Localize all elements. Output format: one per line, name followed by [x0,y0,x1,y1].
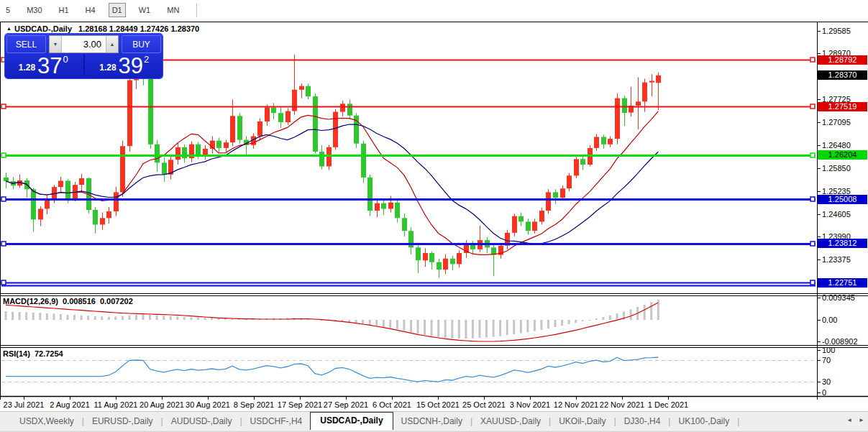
price-tick-label: 1.23375 [822,255,851,264]
timeframe-5[interactable]: 5 [2,3,14,17]
timeframe-mn[interactable]: MN [163,3,183,17]
tab-separator: | [737,416,739,430]
trade-panel-top-row: SELL ▼ 3.00 ▲ BUY [5,34,163,53]
chart-title: ▲USDCAD-,Daily1.28168 1.28449 1.27426 1.… [6,24,199,33]
date-tick-label: 20 Aug 2021 [140,400,184,409]
chart-symbol-label: USDCAD-,Daily [14,24,72,33]
buy-price-big: 39 [119,57,143,75]
price-level-badge[interactable]: 1.22751 [818,278,867,288]
buy-price-prefix: 1.28 [99,63,116,73]
price-level-badge[interactable]: 1.26204 [818,150,867,160]
price-level-badge[interactable]: 1.27519 [818,102,867,111]
date-tick-label: 1 Dec 2021 [648,400,688,409]
macd-label: MACD(12,26,9)0.0085160.007202 [3,297,137,305]
timeframe-m30[interactable]: M30 [23,3,45,17]
sell-button[interactable]: SELL [6,35,46,53]
sell-price[interactable]: 1.28 37 0 [5,53,82,77]
price-divider [83,54,85,76]
price-level-badge[interactable]: 1.25008 [818,195,867,204]
tab-audusd-daily[interactable]: AUDUSD-,Daily [163,413,240,430]
tab-xauusd-daily[interactable]: XAUUSD-,Daily [472,413,549,430]
tab-usdx-weekly[interactable]: USDX,Weekly [12,413,82,430]
current-price-badge: 1.28370 [818,70,867,80]
date-tick-label: 25 Oct 2021 [462,400,506,409]
toolbar-separator [196,4,197,17]
date-tick-label: 22 Nov 2021 [600,400,644,409]
tab-ukoil-daily[interactable]: UKOil-,Daily [551,413,613,430]
timeframe-h1[interactable]: H1 [55,3,73,17]
sell-price-sup: 0 [63,54,68,65]
price-tick-label: 1.29585 [822,27,851,35]
date-tick-label: 27 Sep 2021 [324,400,368,409]
buy-price[interactable]: 1.28 39 2 [86,53,163,77]
date-tick-label: 8 Sep 2021 [234,400,274,409]
date-tick-label: 23 Jul 2021 [4,400,45,409]
macd-signal-value: 0.007202 [100,297,133,305]
tab-scroll-right-icon[interactable]: ► [859,417,864,423]
rsi-scale-label: 70 [822,356,831,364]
tab-usdcad-daily[interactable]: USDCAD-,Daily [310,412,393,430]
price-tick-label: 1.27095 [822,118,851,127]
rsi-scale-label: 30 [822,377,831,386]
date-tick-label: 17 Sep 2021 [278,400,322,409]
sell-price-big: 37 [37,57,62,75]
buy-button[interactable]: BUY [122,35,161,53]
price-tick-label: 1.25850 [822,164,851,173]
timeframe-d1[interactable]: D1 [109,3,126,17]
macd-scale-label: 0.00 [822,316,837,324]
collapse-arrow-icon[interactable]: ▲ [6,26,12,31]
date-tick-label: 3 Nov 2021 [510,400,550,409]
timeframe-toolbar: 5M30H1H4D1W1MN [0,0,868,20]
tab-usdchf-h4[interactable]: USDCHF-,H4 [242,413,311,430]
ohlc-readout: 1.28168 1.28449 1.27426 1.28370 [78,24,199,33]
tab-dj30-h4[interactable]: DJ30-,H4 [616,413,669,430]
timeframe-w1[interactable]: W1 [135,3,155,17]
rsi-name: RSI(14) [3,349,30,358]
tab-usdcnh-daily[interactable]: USDCNH-,Daily [393,413,470,430]
date-tick-label: 2 Aug 2021 [50,400,90,409]
macd-scale-label: 0.009345 [822,293,855,302]
price-tick-label: 1.24605 [822,210,851,219]
trading-platform-window: 5M30H1H4D1W1MN ▲USDCAD-,Daily1.28168 1.2… [0,0,868,432]
price-tick-label: 1.26480 [822,141,851,150]
price-level-badge[interactable]: 1.23812 [818,239,867,248]
tab-uk100-daily[interactable]: UK100-,Daily [670,413,737,430]
volume-decrease-button[interactable]: ▼ [50,36,62,52]
one-click-trade-panel: SELL ▼ 3.00 ▲ BUY 1.28 37 0 1.28 39 2 [5,34,163,78]
timeframe-h4[interactable]: H4 [82,3,99,17]
tab-scroll-arrows: ◄ ► [846,417,864,423]
rsi-label: RSI(14)72.7254 [3,349,68,358]
rsi-scale-label: 0 [822,388,826,397]
macd-scale-label: -0.008902 [822,337,858,346]
tab-eurusd-daily[interactable]: EURUSD-,Daily [84,413,161,430]
volume-increase-button[interactable]: ▲ [106,36,118,52]
date-tick-label: 6 Oct 2021 [373,400,411,409]
date-tick-label: 30 Aug 2021 [186,400,230,409]
volume-input[interactable]: 3.00 [62,36,106,52]
symbol-tabs: USDX,Weekly|EURUSD-,Daily|AUDUSD-,Daily|… [0,411,868,430]
date-tick-label: 12 Nov 2021 [554,400,598,409]
date-tick-label: 15 Oct 2021 [416,400,460,409]
sell-price-prefix: 1.28 [19,63,35,73]
macd-value: 0.008516 [63,297,96,305]
buy-price-sup: 2 [144,54,149,65]
price-level-badge[interactable]: 1.28792 [818,55,867,65]
macd-name: MACD(12,26,9) [3,297,58,305]
volume-spinner: ▼ 3.00 ▲ [49,35,119,53]
trade-panel-price-row: 1.28 37 0 1.28 39 2 [5,53,163,77]
rsi-scale-label: 100 [822,346,835,354]
date-tick-label: 11 Aug 2021 [94,400,138,409]
tab-scroll-left-icon[interactable]: ◄ [846,417,852,423]
rsi-value: 72.7254 [35,349,63,358]
